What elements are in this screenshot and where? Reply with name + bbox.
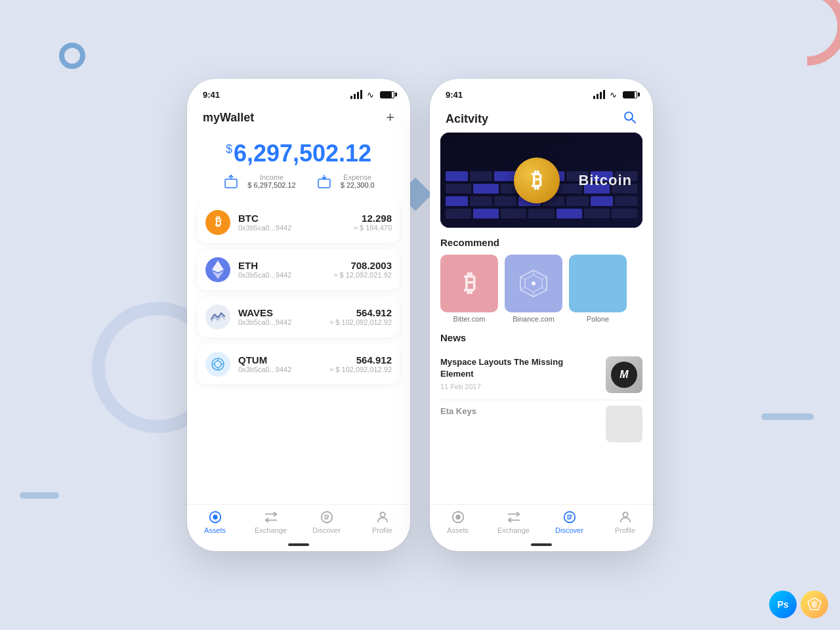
svg-marker-2 xyxy=(212,261,224,272)
exchange-nav-icon xyxy=(264,510,278,524)
income-stat: Income $ 6,297,502.12 xyxy=(222,173,295,189)
recommend-card-bitter[interactable]: ₿ Bitter.com xyxy=(440,255,498,323)
wallet-title: myWallet xyxy=(203,111,254,125)
coin-name-btc: BTC xyxy=(238,213,354,224)
coin-name-qtum: QTUM xyxy=(238,354,329,366)
income-icon xyxy=(222,174,240,188)
news-item-1[interactable]: Myspace Layouts The Missing Element 11 F… xyxy=(440,350,642,400)
binance-logo xyxy=(505,255,562,312)
discover-nav-icon xyxy=(320,510,334,524)
svg-point-14 xyxy=(380,513,385,517)
coin-amount-qtum: 564.912 xyxy=(329,354,392,366)
sketch-icon xyxy=(807,597,822,612)
tools-row: Ps xyxy=(769,591,828,618)
coin-usd-waves: ≈ $ 102,092,012.92 xyxy=(329,318,392,326)
nav-assets-label: Assets xyxy=(204,526,226,534)
coin-info-waves: WAVES 0x3b5ca0...9442 xyxy=(238,307,329,326)
svg-line-16 xyxy=(632,119,636,123)
svg-rect-1 xyxy=(318,179,330,188)
search-button[interactable] xyxy=(623,110,637,127)
m-logo: M xyxy=(611,362,637,388)
svg-line-23 xyxy=(520,287,525,290)
nav-discover[interactable]: Discover xyxy=(299,510,354,534)
coin-usd-btc: ≈ $ 184,470 xyxy=(354,224,392,232)
wifi-icon-activity: ∿ xyxy=(610,90,617,100)
coin-values-qtum: 564.912 ≈ $ 102,092,012.92 xyxy=(329,354,392,373)
coin-item-waves[interactable]: WAVES 0x3b5ca0...9442 564.912 ≈ $ 102,09… xyxy=(198,297,400,337)
coin-amount-btc: 12.298 xyxy=(354,213,392,224)
bitcoin-banner[interactable]: ₿ Bitcoin xyxy=(440,133,642,228)
exchange-nav-icon-activity xyxy=(507,510,521,524)
add-button[interactable]: + xyxy=(386,110,394,125)
bitter-logo: ₿ xyxy=(440,255,498,312)
svg-line-20 xyxy=(542,277,547,280)
recommend-card-binance[interactable]: Binance.com xyxy=(505,255,562,323)
svg-point-25 xyxy=(532,282,536,285)
nav-exchange[interactable]: Exchange xyxy=(243,510,299,534)
svg-point-5 xyxy=(215,361,221,368)
nav-discover-activity[interactable]: Discover xyxy=(541,510,597,534)
expense-stat: Expense $ 22,300.0 xyxy=(316,173,375,189)
coin-values-waves: 564.912 ≈ $ 102,092,012.92 xyxy=(329,307,392,326)
nav-profile-activity[interactable]: Profile xyxy=(597,510,653,534)
status-icons-activity: ∿ xyxy=(593,90,637,100)
eth-icon xyxy=(205,257,230,282)
coin-item-eth[interactable]: ETH 0x3b5ca0...9442 708.2003 ≈ $ 12,092,… xyxy=(198,249,400,290)
btc-icon: ₿ xyxy=(205,210,230,235)
nav-home-indicator xyxy=(288,543,309,546)
balance-amount: $6,297,502.12 xyxy=(203,140,394,167)
banner-background: ₿ Bitcoin xyxy=(440,133,642,228)
balance-stats: Income $ 6,297,502.12 Expense $ 22,300.0 xyxy=(203,173,394,189)
coin-name-eth: ETH xyxy=(238,260,333,271)
coin-values-btc: 12.298 ≈ $ 184,470 xyxy=(354,213,392,232)
recommend-list: ₿ Bitter.com xyxy=(440,255,642,323)
expense-label: Expense xyxy=(341,173,375,181)
news-thumb-1: M xyxy=(606,356,642,393)
activity-bottom-nav: Assets Exchange Discover xyxy=(430,504,653,551)
svg-point-11 xyxy=(213,514,217,519)
coin-item-qtum[interactable]: QTUM 0x3b5ca0...9442 564.912 ≈ $ 102,092… xyxy=(198,344,400,385)
nav-exchange-activity[interactable]: Exchange xyxy=(486,510,541,534)
income-label: Income xyxy=(247,173,295,181)
recommend-card-polone[interactable]: Polone xyxy=(569,255,627,323)
svg-line-24 xyxy=(520,277,525,280)
news-info-2: Eta Keys xyxy=(440,406,598,420)
svg-point-27 xyxy=(455,514,460,519)
waves-icon xyxy=(205,304,230,329)
news-info-1: Myspace Layouts The Missing Element 11 F… xyxy=(440,356,598,390)
nav-assets-activity[interactable]: Assets xyxy=(430,510,486,534)
status-icons-wallet: ∿ xyxy=(350,90,394,100)
expense-icon xyxy=(316,174,333,188)
coin-addr-qtum: 0x3b5ca0...9442 xyxy=(238,366,329,373)
status-time-activity: 9:41 xyxy=(446,90,463,100)
news-thumb-inner-1: M xyxy=(606,356,642,393)
geo-net-icon xyxy=(517,267,550,300)
ps-label: Ps xyxy=(777,599,788,610)
svg-point-29 xyxy=(569,516,570,518)
coin-usd-qtum: ≈ $ 102,092,012.92 xyxy=(329,366,392,373)
sketch-badge xyxy=(801,591,828,618)
status-time-wallet: 9:41 xyxy=(203,90,220,100)
qtum-icon xyxy=(205,352,230,377)
currency-symbol: $ xyxy=(226,142,232,156)
nav-exchange-label-activity: Exchange xyxy=(497,526,530,534)
nav-assets[interactable]: Assets xyxy=(187,510,243,534)
activity-content: ₿ Bitcoin Recommend ₿ Bitter.com xyxy=(430,133,653,504)
nav-exchange-label: Exchange xyxy=(255,526,287,534)
income-value: $ 6,297,502.12 xyxy=(247,181,295,189)
coin-addr-waves: 0x3b5ca0...9442 xyxy=(238,318,329,326)
coin-item-btc[interactable]: ₿ BTC 0x3b5ca0...9442 12.298 ≈ $ 184,470 xyxy=(198,202,400,243)
assets-nav-icon xyxy=(208,510,222,524)
battery-icon-activity xyxy=(623,91,637,98)
svg-rect-0 xyxy=(225,179,237,188)
nav-profile[interactable]: Profile xyxy=(354,510,410,534)
nav-assets-label-activity: Assets xyxy=(447,526,469,534)
coin-name-waves: WAVES xyxy=(238,307,329,318)
ps-badge: Ps xyxy=(769,591,797,618)
svg-point-30 xyxy=(623,513,627,517)
bg-decoration-rect-right xyxy=(761,413,814,420)
signal-icon xyxy=(350,90,362,99)
signal-icon-activity xyxy=(593,90,605,99)
activity-phone: 9:41 ∿ Acitvity xyxy=(430,79,653,551)
status-bar-wallet: 9:41 ∿ xyxy=(187,79,410,102)
